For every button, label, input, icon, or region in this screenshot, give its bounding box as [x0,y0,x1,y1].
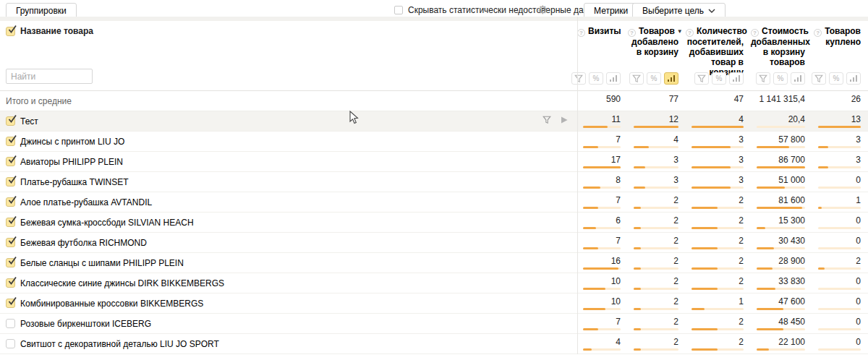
product-name-label[interactable]: Авиаторы PHILIPP PLEIN [20,157,123,167]
row-checkbox[interactable] [6,177,15,187]
percent-icon-button[interactable]: % [829,72,843,85]
table-row[interactable]: Белые сланцы с шипами PHILIPP PLEIN16222… [0,253,868,273]
metric-value-cell: 3 [812,132,868,151]
gear-icon[interactable]: ⚙ [537,3,548,17]
table-row[interactable]: Алое платье-рубашка AVTANDIL72281 6001 [0,192,868,213]
metric-header-label[interactable]: ?Товаров▼добавленов корзину [628,21,686,57]
sort-desc-icon: ▼ [677,28,683,35]
row-checkbox[interactable] [6,197,15,207]
percent-icon-button[interactable]: % [647,72,661,85]
table-row[interactable]: Авиаторы PHILIPP PLEIN173386 7003 [0,152,868,172]
percent-icon-button[interactable]: % [773,72,788,85]
filter-icon-button[interactable] [756,72,770,85]
row-checkbox[interactable] [6,319,15,328]
table-row[interactable]: Свитшот с декоративной деталью LIU JO SP… [0,334,868,354]
checkmark-icon [7,276,17,286]
chart-icon-button[interactable] [846,72,861,85]
chart-icon-button[interactable] [791,72,805,85]
percent-icon-button[interactable]: % [589,72,603,85]
metric-value-cell: 7 [577,192,628,212]
row-checkbox[interactable] [6,157,15,166]
chart-icon-button[interactable] [606,72,621,85]
help-icon[interactable]: ? [751,29,759,37]
value-bar-fill [692,267,718,270]
row-checkbox[interactable] [6,238,15,247]
metric-header-label[interactable]: ?Товаровкуплено [812,21,868,47]
table-row[interactable]: Джинсы с принтом LIU JO74357 8003 [0,132,868,152]
help-icon[interactable]: ? [814,29,822,37]
filter-icon [697,74,706,83]
value-bar-fill [757,187,785,189]
table-row[interactable]: Розовые биркенштоки ICEBERG72248 4500 [0,314,868,334]
value-bar-fill [634,146,649,148]
metric-value-cell: 0 [812,172,868,192]
row-checkbox[interactable] [6,137,15,146]
metric-value-cell: 3 [686,152,751,171]
help-icon[interactable]: ? [577,29,585,37]
metric-value-cell: 2 [686,233,751,252]
product-name-label[interactable]: Бежевая футболка RICHMOND [20,238,147,248]
product-name-label[interactable]: Тест [20,116,38,127]
table-row[interactable]: Тест1112420,413 [0,111,868,132]
row-checkbox[interactable] [6,258,15,267]
value-bar-fill [757,207,802,209]
metric-header-label[interactable]: ?Количествопосетителей,добавившихтовар в… [686,21,751,77]
metric-value-cell: 0 [812,213,868,232]
filter-icon-button[interactable] [571,72,586,85]
value-bar-fill [583,207,598,209]
checkmark-icon [7,195,17,205]
totals-label: Итого и средние [6,96,72,106]
product-name-cell: Белые сланцы с шипами PHILIPP PLEIN [0,253,577,273]
product-name-label[interactable]: Алое платье-рубашка AVTANDIL [20,197,152,207]
search-input[interactable] [6,69,93,84]
value-bar-fill [692,308,705,310]
metric-header-label[interactable]: ?Визиты [577,21,628,37]
metric-header-label[interactable]: ?Стоимостьдобавленныхв корзинутоваров [751,21,812,67]
filter-icon-button[interactable] [629,72,644,85]
value-bar-fill [583,146,598,148]
table-row[interactable]: Бежевая футболка RICHMOND72230 4300 [0,233,868,253]
product-name-label[interactable]: Классические синие джинсы DIRK BIKKEMBER… [20,278,224,288]
select-goal-label: Выберите цель [642,4,704,18]
value-bar-fill [757,288,775,290]
chart-icon-button[interactable] [664,72,678,85]
row-checkbox[interactable] [6,278,15,288]
product-name-label[interactable]: Белые сланцы с шипами PHILIPP PLEIN [20,258,184,268]
product-name-label[interactable]: Свитшот с декоративной деталью LIU JO SP… [20,339,219,349]
row-checkbox[interactable] [6,299,15,308]
row-checkbox[interactable] [6,339,15,348]
value-bar-track [818,227,861,229]
select-all-checkbox[interactable] [6,27,15,36]
row-filter-icon-button[interactable] [542,116,551,127]
row-checkbox[interactable] [6,116,15,126]
product-name-cell: Алое платье-рубашка AVTANDIL [0,192,577,212]
product-name-label[interactable]: Платье-рубашка TWINSET [20,177,129,187]
metric-value-cell: 51 000 [751,172,812,192]
table-row[interactable]: Платье-рубашка TWINSET83351 0000 [0,172,868,192]
help-icon[interactable]: ? [628,29,636,37]
help-icon[interactable]: ? [686,29,694,37]
percent-icon-button[interactable]: % [712,72,726,85]
table-row[interactable]: Комбинированные кроссовки BIKKEMBERGS102… [0,293,868,314]
hide-unreliable-checkbox[interactable] [394,6,403,14]
chart-icon-button[interactable] [729,72,744,85]
row-checkbox[interactable] [6,218,15,227]
product-name-label[interactable]: Розовые биркенштоки ICEBERG [20,319,151,329]
checkmark-icon [7,134,17,145]
metric-column-header: ?Стоимостьдобавленныхв корзинутоваров% [751,21,812,91]
product-name-label[interactable]: Джинсы с принтом LIU JO [20,137,124,147]
product-name-cell: Классические синие джинсы DIRK BIKKEMBER… [0,273,577,293]
row-expand-icon-button[interactable] [560,116,569,127]
filter-icon-button[interactable] [812,72,826,85]
metric-value-cell: 47 600 [751,293,812,313]
filter-icon-button[interactable] [694,72,709,85]
metric-column-header: ?Товаровкуплено% [812,21,868,91]
checkmark-icon [7,175,17,185]
table-row[interactable]: Бежевая сумка-кроссбоди SILVIAN HEACH622… [0,213,868,233]
metric-value-cell: 2 [628,334,686,353]
hide-unreliable-control[interactable]: Скрывать статистически недостоверные дан… [394,5,600,15]
product-name-label[interactable]: Бежевая сумка-кроссбоди SILVIAN HEACH [20,218,194,228]
product-name-label[interactable]: Комбинированные кроссовки BIKKEMBERGS [20,299,203,309]
metric-value-cell: 86 700 [751,152,812,171]
table-row[interactable]: Классические синие джинсы DIRK BIKKEMBER… [0,273,868,293]
